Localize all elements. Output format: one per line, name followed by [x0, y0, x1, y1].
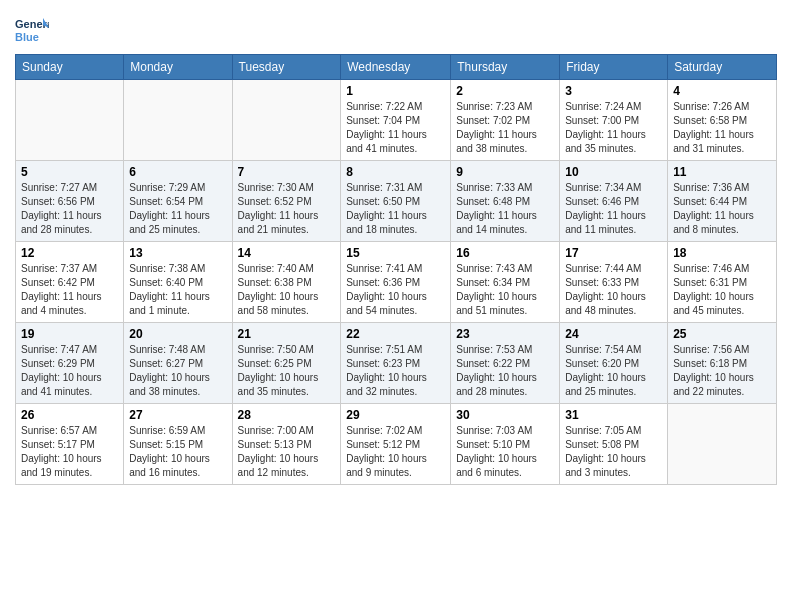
day-info: Sunrise: 7:34 AM Sunset: 6:46 PM Dayligh…	[565, 181, 662, 237]
day-info: Sunrise: 7:29 AM Sunset: 6:54 PM Dayligh…	[129, 181, 226, 237]
calendar-cell: 15Sunrise: 7:41 AM Sunset: 6:36 PM Dayli…	[341, 242, 451, 323]
calendar-cell: 5Sunrise: 7:27 AM Sunset: 6:56 PM Daylig…	[16, 161, 124, 242]
calendar-cell: 21Sunrise: 7:50 AM Sunset: 6:25 PM Dayli…	[232, 323, 341, 404]
calendar-cell: 6Sunrise: 7:29 AM Sunset: 6:54 PM Daylig…	[124, 161, 232, 242]
day-info: Sunrise: 7:50 AM Sunset: 6:25 PM Dayligh…	[238, 343, 336, 399]
calendar-cell: 4Sunrise: 7:26 AM Sunset: 6:58 PM Daylig…	[668, 80, 777, 161]
calendar-cell: 25Sunrise: 7:56 AM Sunset: 6:18 PM Dayli…	[668, 323, 777, 404]
calendar-cell: 13Sunrise: 7:38 AM Sunset: 6:40 PM Dayli…	[124, 242, 232, 323]
calendar-cell: 30Sunrise: 7:03 AM Sunset: 5:10 PM Dayli…	[451, 404, 560, 485]
calendar-header-tuesday: Tuesday	[232, 55, 341, 80]
calendar-cell: 29Sunrise: 7:02 AM Sunset: 5:12 PM Dayli…	[341, 404, 451, 485]
day-info: Sunrise: 7:26 AM Sunset: 6:58 PM Dayligh…	[673, 100, 771, 156]
calendar-week-row: 5Sunrise: 7:27 AM Sunset: 6:56 PM Daylig…	[16, 161, 777, 242]
day-number: 5	[21, 165, 118, 179]
calendar-cell: 22Sunrise: 7:51 AM Sunset: 6:23 PM Dayli…	[341, 323, 451, 404]
calendar-cell	[232, 80, 341, 161]
calendar-cell: 19Sunrise: 7:47 AM Sunset: 6:29 PM Dayli…	[16, 323, 124, 404]
day-number: 19	[21, 327, 118, 341]
calendar-week-row: 1Sunrise: 7:22 AM Sunset: 7:04 PM Daylig…	[16, 80, 777, 161]
day-number: 21	[238, 327, 336, 341]
calendar-header-row: SundayMondayTuesdayWednesdayThursdayFrid…	[16, 55, 777, 80]
day-info: Sunrise: 6:59 AM Sunset: 5:15 PM Dayligh…	[129, 424, 226, 480]
day-info: Sunrise: 7:46 AM Sunset: 6:31 PM Dayligh…	[673, 262, 771, 318]
calendar-week-row: 12Sunrise: 7:37 AM Sunset: 6:42 PM Dayli…	[16, 242, 777, 323]
calendar-cell: 8Sunrise: 7:31 AM Sunset: 6:50 PM Daylig…	[341, 161, 451, 242]
day-number: 13	[129, 246, 226, 260]
day-number: 17	[565, 246, 662, 260]
day-number: 2	[456, 84, 554, 98]
day-number: 8	[346, 165, 445, 179]
day-info: Sunrise: 7:53 AM Sunset: 6:22 PM Dayligh…	[456, 343, 554, 399]
calendar-cell: 24Sunrise: 7:54 AM Sunset: 6:20 PM Dayli…	[560, 323, 668, 404]
day-info: Sunrise: 7:23 AM Sunset: 7:02 PM Dayligh…	[456, 100, 554, 156]
calendar-cell: 20Sunrise: 7:48 AM Sunset: 6:27 PM Dayli…	[124, 323, 232, 404]
day-info: Sunrise: 7:38 AM Sunset: 6:40 PM Dayligh…	[129, 262, 226, 318]
day-info: Sunrise: 7:05 AM Sunset: 5:08 PM Dayligh…	[565, 424, 662, 480]
calendar-cell: 12Sunrise: 7:37 AM Sunset: 6:42 PM Dayli…	[16, 242, 124, 323]
calendar-cell: 11Sunrise: 7:36 AM Sunset: 6:44 PM Dayli…	[668, 161, 777, 242]
calendar-cell: 17Sunrise: 7:44 AM Sunset: 6:33 PM Dayli…	[560, 242, 668, 323]
calendar-cell: 16Sunrise: 7:43 AM Sunset: 6:34 PM Dayli…	[451, 242, 560, 323]
day-number: 15	[346, 246, 445, 260]
svg-text:Blue: Blue	[15, 31, 39, 43]
day-number: 20	[129, 327, 226, 341]
day-info: Sunrise: 7:03 AM Sunset: 5:10 PM Dayligh…	[456, 424, 554, 480]
calendar-header-thursday: Thursday	[451, 55, 560, 80]
day-number: 7	[238, 165, 336, 179]
day-info: Sunrise: 7:36 AM Sunset: 6:44 PM Dayligh…	[673, 181, 771, 237]
calendar-cell: 10Sunrise: 7:34 AM Sunset: 6:46 PM Dayli…	[560, 161, 668, 242]
day-info: Sunrise: 7:24 AM Sunset: 7:00 PM Dayligh…	[565, 100, 662, 156]
day-info: Sunrise: 7:02 AM Sunset: 5:12 PM Dayligh…	[346, 424, 445, 480]
day-number: 26	[21, 408, 118, 422]
day-info: Sunrise: 7:00 AM Sunset: 5:13 PM Dayligh…	[238, 424, 336, 480]
day-info: Sunrise: 7:27 AM Sunset: 6:56 PM Dayligh…	[21, 181, 118, 237]
calendar-cell	[668, 404, 777, 485]
calendar-header-wednesday: Wednesday	[341, 55, 451, 80]
day-number: 27	[129, 408, 226, 422]
calendar-cell: 14Sunrise: 7:40 AM Sunset: 6:38 PM Dayli…	[232, 242, 341, 323]
day-number: 28	[238, 408, 336, 422]
day-info: Sunrise: 7:33 AM Sunset: 6:48 PM Dayligh…	[456, 181, 554, 237]
calendar-cell	[16, 80, 124, 161]
day-number: 25	[673, 327, 771, 341]
day-info: Sunrise: 7:51 AM Sunset: 6:23 PM Dayligh…	[346, 343, 445, 399]
day-number: 6	[129, 165, 226, 179]
day-info: Sunrise: 7:41 AM Sunset: 6:36 PM Dayligh…	[346, 262, 445, 318]
day-info: Sunrise: 7:37 AM Sunset: 6:42 PM Dayligh…	[21, 262, 118, 318]
day-info: Sunrise: 7:54 AM Sunset: 6:20 PM Dayligh…	[565, 343, 662, 399]
calendar-cell: 18Sunrise: 7:46 AM Sunset: 6:31 PM Dayli…	[668, 242, 777, 323]
calendar-cell: 9Sunrise: 7:33 AM Sunset: 6:48 PM Daylig…	[451, 161, 560, 242]
day-info: Sunrise: 7:22 AM Sunset: 7:04 PM Dayligh…	[346, 100, 445, 156]
day-number: 24	[565, 327, 662, 341]
calendar-cell: 27Sunrise: 6:59 AM Sunset: 5:15 PM Dayli…	[124, 404, 232, 485]
day-info: Sunrise: 7:40 AM Sunset: 6:38 PM Dayligh…	[238, 262, 336, 318]
day-info: Sunrise: 7:48 AM Sunset: 6:27 PM Dayligh…	[129, 343, 226, 399]
calendar-cell: 28Sunrise: 7:00 AM Sunset: 5:13 PM Dayli…	[232, 404, 341, 485]
day-info: Sunrise: 7:30 AM Sunset: 6:52 PM Dayligh…	[238, 181, 336, 237]
day-number: 9	[456, 165, 554, 179]
calendar-week-row: 19Sunrise: 7:47 AM Sunset: 6:29 PM Dayli…	[16, 323, 777, 404]
calendar: SundayMondayTuesdayWednesdayThursdayFrid…	[15, 54, 777, 485]
day-number: 23	[456, 327, 554, 341]
calendar-cell	[124, 80, 232, 161]
logo-container: General Blue	[15, 14, 49, 48]
day-number: 11	[673, 165, 771, 179]
calendar-cell: 7Sunrise: 7:30 AM Sunset: 6:52 PM Daylig…	[232, 161, 341, 242]
header: General Blue	[15, 10, 777, 48]
day-number: 31	[565, 408, 662, 422]
calendar-cell: 31Sunrise: 7:05 AM Sunset: 5:08 PM Dayli…	[560, 404, 668, 485]
day-info: Sunrise: 7:44 AM Sunset: 6:33 PM Dayligh…	[565, 262, 662, 318]
calendar-week-row: 26Sunrise: 6:57 AM Sunset: 5:17 PM Dayli…	[16, 404, 777, 485]
logo: General Blue	[15, 14, 49, 48]
day-number: 22	[346, 327, 445, 341]
day-number: 18	[673, 246, 771, 260]
calendar-cell: 26Sunrise: 6:57 AM Sunset: 5:17 PM Dayli…	[16, 404, 124, 485]
calendar-cell: 23Sunrise: 7:53 AM Sunset: 6:22 PM Dayli…	[451, 323, 560, 404]
day-number: 10	[565, 165, 662, 179]
day-info: Sunrise: 7:31 AM Sunset: 6:50 PM Dayligh…	[346, 181, 445, 237]
page: General Blue SundayMondayTuesdayWednesda…	[0, 0, 792, 612]
calendar-cell: 3Sunrise: 7:24 AM Sunset: 7:00 PM Daylig…	[560, 80, 668, 161]
day-number: 30	[456, 408, 554, 422]
day-number: 4	[673, 84, 771, 98]
